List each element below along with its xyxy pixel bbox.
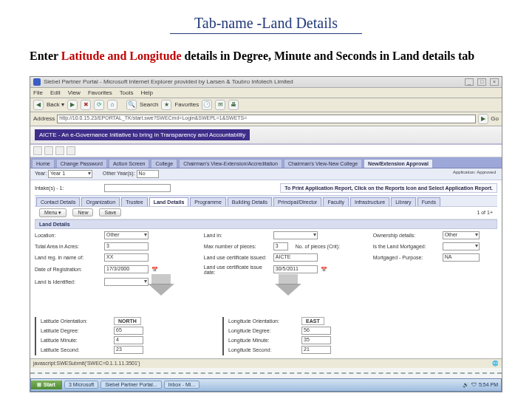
- new-button[interactable]: New: [72, 208, 93, 216]
- tab-new-extension-approval[interactable]: New/Extension Approval: [364, 159, 433, 168]
- back-button[interactable]: ◀: [33, 100, 44, 110]
- tray-icon[interactable]: 🛡: [471, 382, 477, 387]
- ie-menu-bar: File Edit View Favorites Tools Help: [30, 88, 502, 98]
- subtab-contact[interactable]: Contact Details: [36, 197, 80, 206]
- subtab-infra[interactable]: Infrastructure: [350, 197, 389, 206]
- tab-change-password[interactable]: Change Password: [56, 159, 107, 168]
- cert-issued-input[interactable]: AICTE: [273, 253, 318, 262]
- screenshot-tear-edge: [30, 372, 502, 374]
- tab-home[interactable]: Home: [32, 159, 55, 168]
- app-main-tabs: Home Change Password Action Screen Colle…: [30, 157, 502, 168]
- ownership-select[interactable]: Other: [443, 231, 480, 239]
- address-input[interactable]: http://10.0.15.23/EPORTAL_TK/start.swe?S…: [57, 115, 476, 123]
- save-button[interactable]: Save: [99, 208, 121, 216]
- taskbar-item[interactable]: Siebel Partner Portal...: [100, 381, 161, 389]
- forward-button[interactable]: ▶: [67, 100, 78, 110]
- app-icon-generic[interactable]: [55, 146, 64, 155]
- app-icon-generic[interactable]: [66, 146, 75, 155]
- subtab-land-details[interactable]: Land Details: [149, 197, 189, 206]
- maximize-button[interactable]: □: [477, 78, 486, 86]
- lat-sec-input[interactable]: 23: [114, 346, 143, 354]
- tab-chairman-new[interactable]: Chairman's View-New College: [284, 159, 362, 168]
- subtab-toolbar: Menu ▾ New Save 1 of 1+: [35, 207, 497, 219]
- menu-favorites[interactable]: Favorites: [88, 89, 112, 96]
- long-deg-label: Longitude Degree:: [228, 328, 299, 333]
- long-orientation-value[interactable]: EAST: [301, 317, 324, 325]
- subtab-programme[interactable]: Programme: [190, 197, 226, 206]
- system-tray: 🔊 🛡 5:54 PM: [460, 382, 501, 388]
- back-label[interactable]: Back ▾: [47, 101, 64, 108]
- long-sec-input[interactable]: 21: [301, 346, 331, 354]
- cert-issued-label: Land use certificate issued:: [204, 255, 270, 260]
- ie-window-title: Siebel Partner Portal - Microsoft Intern…: [44, 78, 293, 85]
- taskbar-item[interactable]: 3 Microsoft: [64, 381, 98, 389]
- minimize-button[interactable]: _: [465, 78, 474, 86]
- max-pieces-label: Max number of pieces:: [204, 244, 270, 249]
- calendar-icon[interactable]: 📅: [151, 267, 158, 273]
- address-label: Address: [33, 115, 55, 122]
- lat-deg-label: Latitude Degree:: [41, 328, 111, 333]
- tray-icon[interactable]: 🔊: [463, 382, 469, 388]
- app-icon-generic[interactable]: [44, 146, 53, 155]
- cert-date-input[interactable]: 30/5/2011: [273, 265, 318, 273]
- favorites-icon[interactable]: ★: [161, 100, 171, 110]
- history-icon[interactable]: 🕑: [202, 100, 212, 110]
- subtab-library[interactable]: Library: [391, 197, 415, 206]
- go-button[interactable]: ▶: [478, 114, 488, 124]
- menu-edit[interactable]: Edit: [50, 89, 61, 96]
- lat-sec-label: Latitude Second:: [41, 347, 111, 352]
- tab-chairman-ext[interactable]: Chairman's View-Extension/Accreditation: [179, 159, 282, 168]
- longitude-panel: Longitude Orientation: EAST Longitude De…: [222, 317, 403, 355]
- ownership-label: Ownership details:: [373, 233, 440, 238]
- start-button[interactable]: ⊞Start: [31, 381, 62, 389]
- year-select[interactable]: Year 1: [48, 170, 92, 178]
- tab-action-screen[interactable]: Action Screen: [109, 159, 150, 168]
- reg-name-input[interactable]: XX: [104, 253, 149, 262]
- menu-file[interactable]: File: [33, 89, 43, 96]
- mortgaged-purpose-input[interactable]: NA: [443, 253, 480, 262]
- year-label: Year:: [35, 171, 47, 176]
- lat-deg-input[interactable]: 65: [114, 327, 143, 335]
- subtab-organization[interactable]: Organization: [81, 197, 120, 206]
- max-pieces-input[interactable]: 3: [273, 242, 288, 250]
- subtab-trustee[interactable]: Trustee: [121, 197, 147, 206]
- land-identified-select[interactable]: [104, 278, 149, 286]
- subtab-funds[interactable]: Funds: [417, 197, 440, 206]
- subtab-principal[interactable]: Principal/Director: [273, 197, 321, 206]
- mortgaged-label: Is the Land Mortgaged:: [373, 244, 440, 249]
- long-min-input[interactable]: 35: [301, 336, 331, 344]
- menu-dropdown-button[interactable]: Menu ▾: [39, 208, 66, 217]
- other-year-input[interactable]: No: [137, 170, 159, 178]
- taskbar-item[interactable]: Inbox - Mi...: [164, 381, 200, 389]
- calendar-icon[interactable]: 📅: [321, 267, 327, 273]
- location-select[interactable]: Other: [104, 231, 149, 239]
- app-banner-strip: AICTE - An e-Governance Initiative to br…: [30, 126, 502, 143]
- total-area-input[interactable]: 3: [104, 242, 149, 250]
- tab-college[interactable]: College: [151, 159, 177, 168]
- menu-view[interactable]: View: [68, 89, 81, 96]
- lat-orientation-value[interactable]: NORTH: [114, 317, 141, 325]
- app-icon-generic[interactable]: [33, 146, 42, 155]
- menu-tools[interactable]: Tools: [120, 89, 134, 96]
- stop-button[interactable]: ✖: [81, 100, 91, 110]
- favorites-label[interactable]: Favorites: [174, 101, 199, 108]
- refresh-button[interactable]: ⟳: [94, 100, 104, 110]
- mortgaged-select[interactable]: [443, 242, 480, 250]
- subtab-faculty[interactable]: Faculty: [323, 197, 349, 206]
- lat-min-input[interactable]: 4: [114, 336, 143, 344]
- land-in-select[interactable]: [273, 231, 318, 239]
- date-reg-input[interactable]: 17/3/2000: [104, 265, 149, 273]
- long-deg-input[interactable]: 56: [301, 327, 331, 335]
- search-icon[interactable]: 🔍: [126, 100, 137, 110]
- print-icon[interactable]: 🖶: [228, 100, 239, 110]
- home-button[interactable]: ⌂: [107, 100, 117, 110]
- print-hint: To Print Application Report, Click on th…: [280, 183, 497, 193]
- search-label[interactable]: Search: [140, 101, 158, 108]
- date-reg-label: Date of Registration:: [35, 267, 101, 272]
- menu-help[interactable]: Help: [140, 89, 152, 96]
- subtab-building[interactable]: Building Details: [228, 197, 272, 206]
- intake-input[interactable]: [104, 184, 171, 192]
- close-button[interactable]: ×: [490, 78, 499, 86]
- windows-logo-icon: ⊞: [37, 382, 41, 388]
- mail-icon[interactable]: ✉: [215, 100, 225, 110]
